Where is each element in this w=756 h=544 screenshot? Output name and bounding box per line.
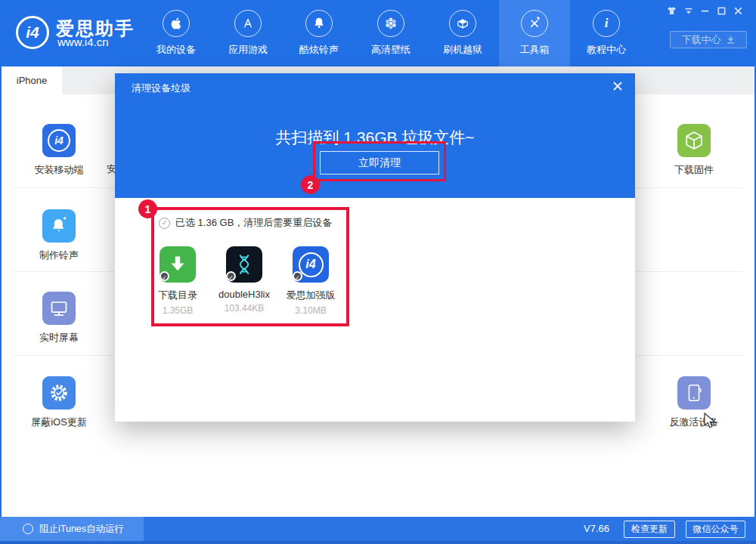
download-center-button[interactable]: 下载中心 [670,31,747,48]
window-border-bottom [0,541,756,544]
tab-iphone[interactable]: iPhone [2,66,62,94]
app-window: i4 爱思助手 www.i4.cn 我的设备 应用游戏 酷炫铃声 高清 [0,0,756,544]
grid-item-install-mobile[interactable]: i4 安装移动端 [14,124,104,177]
toolbox-icon [521,10,548,37]
ringtone-bell-icon [305,10,333,37]
live-screen-icon [42,292,76,325]
wallpaper-flower-icon [377,10,404,37]
checked-circle-icon [159,218,170,229]
window-border-left [0,66,2,517]
selection-summary-text: 已选 1.36 GB，清理后需要重启设备 [175,216,332,230]
grid-item-download-firmware[interactable]: 下载固件 [649,124,739,177]
nav-label: 工具箱 [520,43,550,57]
wechat-account-button[interactable]: 微信公众号 [686,521,745,538]
nav-item-toolbox[interactable]: 工具箱 [499,0,570,66]
deactivate-device-icon [677,376,711,410]
radio-circle-icon [23,524,33,534]
nav-item-ringtones[interactable]: 酷炫铃声 [284,0,355,66]
nav-item-my-devices[interactable]: 我的设备 [141,0,212,66]
apple-icon [163,10,190,37]
annotation-badge-1: 1 [138,199,157,218]
junk-item-download-dir[interactable]: 下载目录 1.35GB [144,246,211,316]
grid-item-label: 制作铃声 [14,249,104,262]
nav-item-wallpapers[interactable]: 高清壁纸 [355,0,426,66]
junk-item-name: 下载目录 [144,289,211,302]
scan-result-text: 共扫描到 1.36GB 垃圾文件~ [115,127,635,148]
clean-now-button[interactable]: 立即清理 [320,151,439,175]
grid-item-live-screen[interactable]: 实时屏幕 [14,292,104,345]
i4-app-icon: i4 [42,124,76,157]
grid-item-label: 实时屏幕 [14,331,104,345]
junk-item-name: doubleH3lix [211,289,277,300]
junk-item-size: 103.44KB [211,303,277,314]
nav-item-apps-games[interactable]: 应用游戏 [212,0,284,66]
block-itunes-label: 阻止iTunes自动运行 [39,523,124,536]
nav-item-tutorials[interactable]: i 教程中心 [571,0,642,66]
download-icon [726,35,736,45]
close-icon[interactable] [732,5,745,17]
junk-item-i4-pro[interactable]: i4 爱思加强版 3.10MB [277,246,344,316]
junk-item-size: 1.35GB [144,305,211,316]
skin-icon[interactable] [665,5,678,17]
item-checked-icon [226,271,236,281]
check-update-button[interactable]: 检查更新 [624,521,675,538]
jailbreak-box-icon [449,10,476,37]
version-label: V7.66 [584,523,609,534]
dialog-title: 清理设备垃圾 [132,82,191,95]
i4-logo-icon: i4 [16,16,49,49]
junk-item-doubleh3lix[interactable]: doubleH3lix 103.44KB [211,246,277,316]
dialog-close-icon[interactable] [609,78,626,94]
menu-icon[interactable] [682,5,695,17]
status-bar: 阻止iTunes自动运行 V7.66 检查更新 微信公众号 [0,517,756,541]
junk-item-name: 爱思加强版 [277,289,344,302]
download-arrow-icon [160,246,196,283]
block-update-gear-icon [42,376,76,410]
junk-item-list: 下载目录 1.35GB doubleH3lix 103.44KB i4 爱思加强… [144,246,344,316]
grid-item-make-ringtone[interactable]: 制作铃声 [14,209,104,262]
grid-item-label: 下载固件 [649,163,739,177]
header: i4 爱思助手 www.i4.cn 我的设备 应用游戏 酷炫铃声 高清 [0,0,756,66]
item-checked-icon [160,271,169,281]
i4-pro-icon: i4 [293,246,329,283]
grid-item-block-ios-update[interactable]: 屏蔽iOS更新 [14,376,104,429]
appstore-icon [234,10,262,37]
nav-label: 教程中心 [587,43,626,57]
grid-item-label: 屏蔽iOS更新 [14,416,104,429]
nav-item-flash-jailbreak[interactable]: 刷机越狱 [427,0,498,66]
grid-item-label: 反激活设备 [649,416,739,429]
annotation-badge-2: 2 [301,175,320,194]
nav-label: 高清壁纸 [371,43,411,57]
maximize-icon[interactable] [715,5,728,17]
grid-item-label: 安装移动端 [14,163,104,177]
nav-label: 我的设备 [156,43,196,57]
tutorial-info-icon: i [593,10,620,37]
nav-label: 刷机越狱 [443,43,482,57]
nav-label: 应用游戏 [228,43,268,57]
junk-item-size: 3.10MB [277,305,344,316]
block-itunes-toggle[interactable]: 阻止iTunes自动运行 [0,517,144,541]
firmware-cube-icon [677,124,711,157]
selection-summary-row[interactable]: 已选 1.36 GB，清理后需要重启设备 [159,216,332,230]
make-ringtone-icon [42,209,76,243]
minimize-icon[interactable] [699,5,711,17]
clean-junk-dialog: 清理设备垃圾 共扫描到 1.36GB 垃圾文件~ 立即清理 已选 1.36 GB… [115,73,635,422]
grid-item-deactivate-device[interactable]: 反激活设备 [649,376,739,429]
dna-helix-icon [226,246,262,283]
item-checked-icon [293,271,302,281]
brand-url: www.i4.cn [57,36,109,48]
nav-label: 酷炫铃声 [299,43,339,57]
download-center-label: 下载中心 [682,33,721,47]
tab-label: iPhone [17,75,47,86]
